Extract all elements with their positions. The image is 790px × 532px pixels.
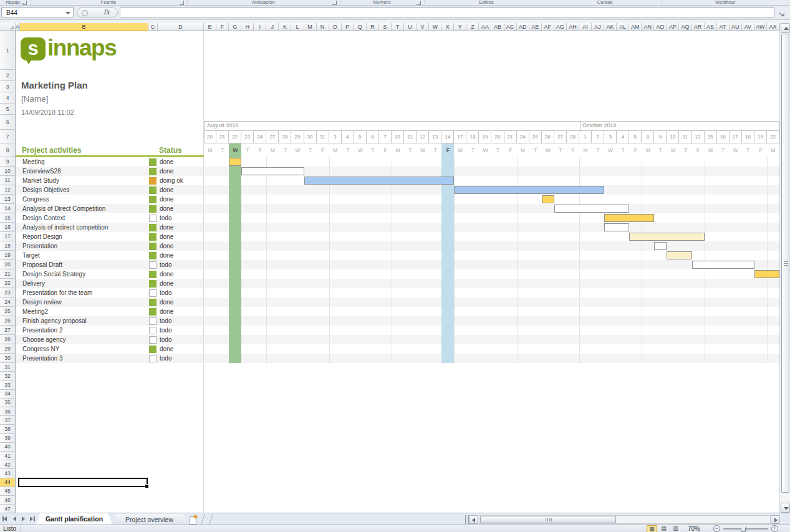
day-number-cell[interactable]: 21 (504, 131, 517, 143)
activity-name-cell[interactable]: Design Objetives (22, 185, 70, 195)
row-header-3[interactable]: 3 (0, 81, 16, 92)
day-letter-cell[interactable]: T (342, 143, 354, 157)
column-header-J[interactable]: J (266, 23, 279, 31)
day-number-cell[interactable]: 31 (317, 131, 329, 143)
day-number-cell[interactable]: 29 (291, 131, 304, 143)
column-header-Y[interactable]: Y (454, 23, 466, 31)
column-header-M[interactable]: M (304, 23, 317, 31)
day-letter-cell[interactable]: T (429, 143, 441, 157)
day-number-cell[interactable]: 19 (754, 131, 767, 143)
day-number-cell[interactable]: 26 (542, 131, 554, 143)
activity-name-cell[interactable]: Presentation 3 (22, 354, 63, 363)
status-text-cell[interactable]: todo (160, 316, 171, 326)
activity-name-cell[interactable]: Analysis of Direct Competition (22, 204, 105, 213)
status-text-cell[interactable]: todo (160, 326, 171, 335)
day-number-cell[interactable]: 20 (492, 131, 504, 143)
day-letter-cell[interactable]: T (554, 143, 567, 157)
day-letter-cell[interactable]: T (404, 143, 417, 157)
column-header-Q[interactable]: Q (354, 23, 367, 31)
ribbon-group-fuente[interactable]: Fuente (30, 0, 188, 5)
column-header-B[interactable]: B (20, 23, 148, 31)
status-text-cell[interactable]: done (160, 279, 173, 288)
status-text-cell[interactable]: todo (160, 354, 171, 363)
status-color-cell[interactable] (149, 205, 157, 213)
activity-name-cell[interactable]: Meeting (22, 157, 45, 167)
day-number-cell[interactable]: 28 (567, 131, 579, 143)
activity-name-cell[interactable]: Proposal Draft (22, 260, 62, 269)
column-header-AX[interactable]: AX (767, 23, 779, 31)
hscroll-right-button[interactable] (771, 515, 780, 524)
day-letter-cell[interactable]: W (730, 143, 742, 157)
day-number-cell[interactable]: 22 (767, 131, 779, 143)
row-header-40[interactable]: 40 (0, 443, 16, 452)
status-text-cell[interactable]: done (160, 185, 173, 195)
status-color-cell[interactable] (149, 299, 157, 306)
status-text-cell[interactable]: done (160, 269, 173, 279)
name-box-dropdown-icon[interactable] (65, 12, 70, 14)
day-number-cell[interactable]: 24 (254, 131, 266, 143)
day-letter-cell[interactable]: W (604, 143, 617, 157)
activity-name-cell[interactable]: Analysis of indirect competition (22, 223, 108, 232)
day-number-cell[interactable]: 10 (392, 131, 404, 143)
day-letter-cell[interactable]: M (517, 143, 529, 157)
day-letter-cell[interactable]: W (542, 143, 554, 157)
activity-name-cell[interactable]: Presentation (22, 241, 57, 251)
day-letter-cell[interactable]: W (291, 143, 304, 157)
day-number-cell[interactable]: 13 (429, 131, 441, 143)
column-header-AT[interactable]: AT (717, 23, 730, 31)
column-header-AR[interactable]: AR (692, 23, 705, 31)
activity-name-cell[interactable]: Target (22, 251, 40, 260)
tab-gantt-planification[interactable]: Gantt planification (36, 513, 112, 525)
row-header-47[interactable]: 47 (0, 505, 16, 513)
day-number-cell[interactable]: 14 (441, 131, 454, 143)
row-header-2[interactable]: 2 (0, 70, 16, 81)
column-header-E[interactable]: E (204, 23, 216, 31)
status-color-cell[interactable] (149, 186, 157, 194)
day-number-cell[interactable]: 1 (579, 131, 592, 143)
status-text-cell[interactable]: done (160, 157, 173, 167)
row-header-7[interactable]: 7 (0, 130, 16, 143)
normal-view-button[interactable]: ▦ (647, 525, 657, 532)
day-number-cell[interactable]: 18 (466, 131, 479, 143)
day-number-cell[interactable]: 22 (229, 131, 241, 143)
column-header-AP[interactable]: AP (667, 23, 679, 31)
status-color-cell[interactable] (149, 224, 157, 231)
activity-name-cell[interactable]: Design review (22, 297, 62, 307)
day-number-cell[interactable]: 17 (730, 131, 742, 143)
day-number-cell[interactable]: 11 (679, 131, 691, 143)
column-header-P[interactable]: P (342, 23, 354, 31)
column-header-AA[interactable]: AA (479, 23, 491, 31)
status-color-cell[interactable] (149, 168, 157, 175)
status-text-cell[interactable]: todo (160, 213, 171, 223)
status-text-cell[interactable]: done (160, 251, 173, 260)
status-text-cell[interactable]: done (160, 344, 173, 354)
dialog-launcher-icon[interactable] (417, 1, 421, 5)
column-header-T[interactable]: T (392, 23, 404, 31)
day-number-cell[interactable]: 8 (642, 131, 654, 143)
day-letter-cell[interactable]: M (767, 143, 779, 157)
day-letter-cell[interactable]: M (454, 143, 466, 157)
column-header-A[interactable]: A (16, 23, 20, 31)
column-header-O[interactable]: O (329, 23, 342, 31)
row-header-31[interactable]: 31 (0, 363, 16, 372)
day-letter-cell[interactable]: M (329, 143, 342, 157)
column-header-Z[interactable]: Z (466, 23, 479, 31)
column-header-AD[interactable]: AD (517, 23, 529, 31)
day-letter-cell[interactable]: W (229, 143, 241, 157)
ribbon-group-estilos[interactable]: Estilos (424, 0, 549, 5)
column-header-H[interactable]: H (241, 23, 254, 31)
column-header-AV[interactable]: AV (742, 23, 754, 31)
day-number-cell[interactable]: 5 (354, 131, 367, 143)
status-text-cell[interactable]: todo (160, 288, 171, 297)
row-header-39[interactable]: 39 (0, 434, 16, 443)
status-text-cell[interactable]: done (160, 232, 173, 241)
day-letter-cell[interactable]: T (304, 143, 317, 157)
status-color-cell[interactable] (149, 336, 157, 344)
status-text-cell[interactable]: done (160, 204, 173, 213)
selected-cell-b44[interactable] (18, 478, 148, 487)
tab-project-overview[interactable]: Project overview (112, 514, 186, 525)
dialog-launcher-icon[interactable] (180, 1, 184, 5)
row-header-36[interactable]: 36 (0, 407, 16, 416)
status-color-cell[interactable] (149, 196, 157, 203)
day-number-cell[interactable]: 12 (417, 131, 429, 143)
